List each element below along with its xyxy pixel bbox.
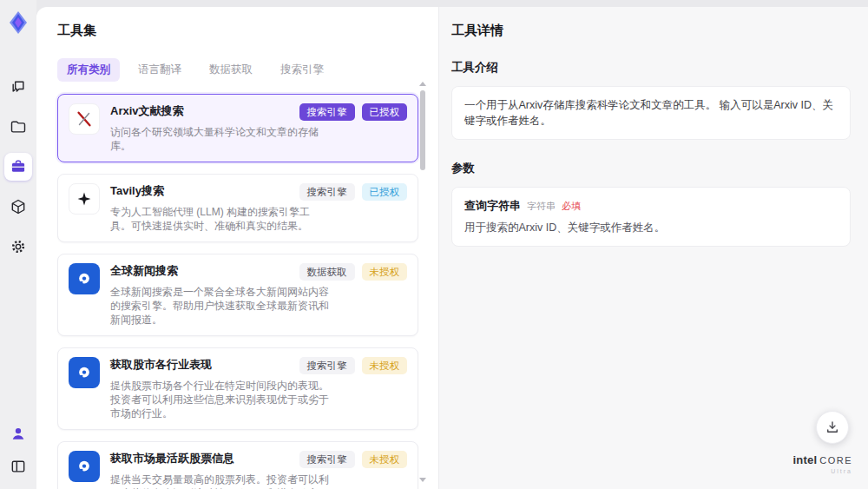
tool-title: 获取股市各行业表现 bbox=[110, 357, 212, 373]
status-badge: 已授权 bbox=[362, 103, 408, 121]
param-desc: 用于搜索的Arxiv ID、关键字或作者姓名。 bbox=[464, 220, 838, 235]
tool-card-sector-performance[interactable]: 获取股市各行业表现 搜索引擎 未授权 提供股票市场各个行业在特定时间段内的表现。… bbox=[57, 347, 418, 430]
page-title: 工具集 bbox=[57, 23, 438, 39]
tool-card-global-news[interactable]: 全球新闻搜索 数据获取 未授权 全球新闻搜索是一个聚合全球各大新闻网站内容的搜索… bbox=[57, 254, 418, 336]
category-badge: 搜索引擎 bbox=[299, 357, 355, 374]
download-icon bbox=[825, 420, 840, 435]
tavily-icon bbox=[69, 183, 100, 215]
tool-title: 全球新闻搜索 bbox=[110, 263, 178, 279]
param-required-badge: 必填 bbox=[562, 198, 581, 214]
tool-desc: 专为人工智能代理 (LLM) 构建的搜索引擎工具。可快速提供实时、准确和真实的结… bbox=[110, 205, 329, 233]
scroll-down-arrow-icon[interactable] bbox=[419, 478, 426, 482]
tools-pane: 工具集 所有类别 语言翻译 数据获取 搜索引擎 Arxiv文献搜索 bbox=[36, 7, 438, 489]
tool-title: Tavily搜索 bbox=[110, 183, 164, 199]
tab-all-categories[interactable]: 所有类别 bbox=[57, 58, 120, 82]
param-type: 字符串 bbox=[527, 198, 556, 214]
download-button[interactable] bbox=[816, 411, 849, 444]
content-shell: 工具集 所有类别 语言翻译 数据获取 搜索引擎 Arxiv文献搜索 bbox=[36, 7, 868, 489]
intro-heading: 工具介绍 bbox=[451, 60, 851, 76]
scrollbar bbox=[420, 82, 425, 482]
detail-pane: 工具详情 工具介绍 一个用于从Arxiv存储库搜索科学论文和文章的工具。 输入可… bbox=[438, 7, 868, 489]
tool-card-arxiv[interactable]: Arxiv文献搜索 搜索引擎 已授权 访问各个研究领域大量科学论文和文章的存储库… bbox=[57, 94, 418, 162]
brand-sub: Ultra bbox=[792, 466, 852, 477]
param-card: 查询字符串 字符串 必填 用于搜索的Arxiv ID、关键字或作者姓名。 bbox=[451, 187, 851, 247]
tab-data-fetch[interactable]: 数据获取 bbox=[200, 58, 262, 82]
rail-nav bbox=[4, 73, 32, 261]
tool-card-active-stocks[interactable]: 获取市场最活跃股票信息 搜索引擎 未授权 提供当天交易量最高的股票列表。投资者可… bbox=[57, 441, 418, 489]
status-badge: 未授权 bbox=[362, 357, 408, 374]
app-logo-icon bbox=[6, 10, 30, 35]
intro-text: 一个用于从Arxiv存储库搜索科学论文和文章的工具。 输入可以是Arxiv ID… bbox=[464, 99, 833, 127]
status-badge: 未授权 bbox=[362, 263, 408, 281]
category-badge: 搜索引擎 bbox=[299, 103, 355, 121]
category-badge: 数据获取 bbox=[299, 263, 355, 281]
settings-icon[interactable] bbox=[4, 233, 32, 261]
intro-card: 一个用于从Arxiv存储库搜索科学论文和文章的工具。 输入可以是Arxiv ID… bbox=[451, 86, 851, 140]
tool-card-tavily[interactable]: Tavily搜索 搜索引擎 已授权 专为人工智能代理 (LLM) 构建的搜索引擎… bbox=[57, 174, 418, 242]
left-rail bbox=[0, 0, 36, 489]
tool-desc: 全球新闻搜索是一个聚合全球各大新闻网站内容的搜索引擎。帮助用户快速获取全球最新资… bbox=[110, 285, 329, 327]
tab-search-engine[interactable]: 搜索引擎 bbox=[271, 58, 333, 82]
tool-desc: 提供当天交易量最高的股票列表。投资者可以利用这些信息来识别流动性强的股票和潜在的… bbox=[110, 472, 329, 489]
intel-core-logo: intelCORE Ultra bbox=[792, 454, 852, 477]
scrollbar-thumb[interactable] bbox=[420, 90, 425, 170]
cube-icon[interactable] bbox=[4, 193, 32, 221]
param-name: 查询字符串 bbox=[464, 198, 521, 214]
folder-icon[interactable] bbox=[4, 113, 32, 141]
detail-title: 工具详情 bbox=[451, 23, 851, 39]
tab-language-translation[interactable]: 语言翻译 bbox=[128, 58, 191, 82]
brand-intel: intel bbox=[792, 453, 817, 466]
params-heading: 参数 bbox=[451, 161, 851, 176]
tool-title: 获取市场最活跃股票信息 bbox=[110, 451, 234, 466]
tool-title: Arxiv文献搜索 bbox=[110, 103, 184, 119]
category-tabs: 所有类别 语言翻译 数据获取 搜索引擎 bbox=[57, 58, 438, 82]
chat-icon[interactable] bbox=[4, 73, 32, 101]
brand-core: CORE bbox=[819, 455, 852, 466]
scroll-up-arrow-icon[interactable] bbox=[419, 82, 426, 86]
stock-sector-icon bbox=[69, 357, 100, 388]
stock-active-icon bbox=[69, 451, 100, 482]
tool-desc: 提供股票市场各个行业在特定时间段内的表现。投资者可以利用这些信息来识别表现优于或… bbox=[110, 379, 329, 420]
tool-desc: 访问各个研究领域大量科学论文和文章的存储库。 bbox=[110, 125, 329, 153]
tool-list: Arxiv文献搜索 搜索引擎 已授权 访问各个研究领域大量科学论文和文章的存储库… bbox=[57, 94, 418, 489]
status-badge: 已授权 bbox=[362, 183, 408, 201]
toolbox-icon[interactable] bbox=[4, 153, 32, 181]
category-badge: 搜索引擎 bbox=[299, 183, 355, 201]
rail-bottom bbox=[4, 420, 32, 480]
arxiv-icon bbox=[69, 103, 100, 135]
panel-toggle-icon[interactable] bbox=[4, 453, 32, 480]
category-badge: 搜索引擎 bbox=[299, 451, 355, 468]
status-badge: 未授权 bbox=[362, 451, 408, 468]
news-search-icon bbox=[69, 263, 100, 294]
user-icon[interactable] bbox=[4, 420, 32, 447]
